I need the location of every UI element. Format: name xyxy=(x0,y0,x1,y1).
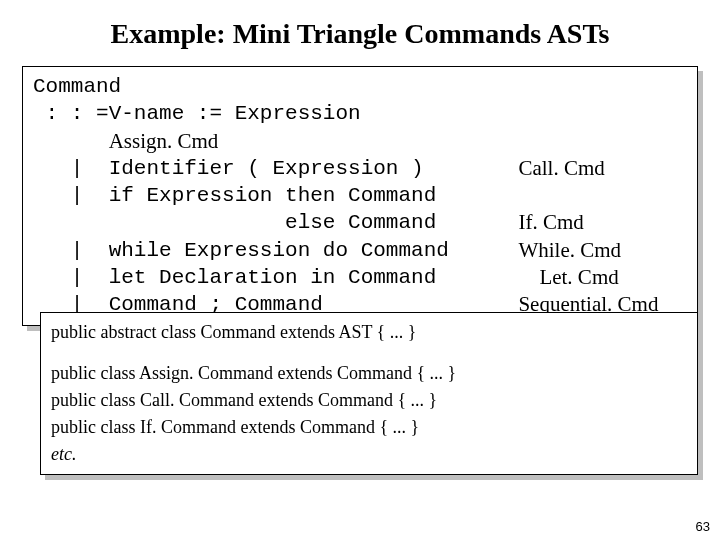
grammar-lhs: | xyxy=(33,237,109,264)
grammar-rhs: Identifier ( Expression ) xyxy=(109,155,519,182)
grammar-label: Let. Cmd xyxy=(518,264,687,291)
grammar-label: If. Cmd xyxy=(518,209,687,236)
grammar-rhs: let Declaration in Command xyxy=(109,264,519,291)
grammar-head: Command xyxy=(33,73,687,100)
code-box: public abstract class Command extends AS… xyxy=(40,312,698,475)
grammar-label: Call. Cmd xyxy=(518,155,687,182)
grammar-row: Assign. Cmd xyxy=(33,128,687,155)
grammar-rhs: if Expression then Command xyxy=(109,182,519,209)
grammar-label xyxy=(518,128,687,155)
code-spacer xyxy=(51,346,687,360)
slide-title: Example: Mini Triangle Commands ASTs xyxy=(22,18,698,50)
grammar-row: | Identifier ( Expression ) Call. Cmd xyxy=(33,155,687,182)
grammar-lhs: : : = xyxy=(33,100,109,127)
code-line: public class If. Command extends Command… xyxy=(51,414,687,441)
grammar-rhs: V-name := Expression xyxy=(109,100,519,127)
grammar-rhs: while Expression do Command xyxy=(109,237,519,264)
grammar-box: Command : : = V-name := Expression Assig… xyxy=(22,66,698,326)
grammar-rhs: else Command xyxy=(109,209,519,236)
grammar-lhs: | xyxy=(33,155,109,182)
grammar-row: | let Declaration in Command Let. Cmd xyxy=(33,264,687,291)
grammar-label xyxy=(518,182,687,209)
grammar-row: : : = V-name := Expression xyxy=(33,100,687,127)
grammar-lhs xyxy=(33,209,109,236)
grammar-label xyxy=(518,100,687,127)
code-line: public class Assign. Command extends Com… xyxy=(51,360,687,387)
grammar-table: : : = V-name := Expression Assign. Cmd |… xyxy=(33,100,687,318)
grammar-lhs: | xyxy=(33,264,109,291)
grammar-label: While. Cmd xyxy=(518,237,687,264)
grammar-row: | while Expression do Command While. Cmd xyxy=(33,237,687,264)
code-line: public class Call. Command extends Comma… xyxy=(51,387,687,414)
grammar-lhs: | xyxy=(33,182,109,209)
page-number: 63 xyxy=(696,519,710,534)
code-line: etc. xyxy=(51,441,687,468)
grammar-row: else Command If. Cmd xyxy=(33,209,687,236)
code-line: public abstract class Command extends AS… xyxy=(51,319,687,346)
grammar-lhs xyxy=(33,128,109,155)
grammar-rhs: Assign. Cmd xyxy=(109,128,519,155)
grammar-row: | if Expression then Command xyxy=(33,182,687,209)
